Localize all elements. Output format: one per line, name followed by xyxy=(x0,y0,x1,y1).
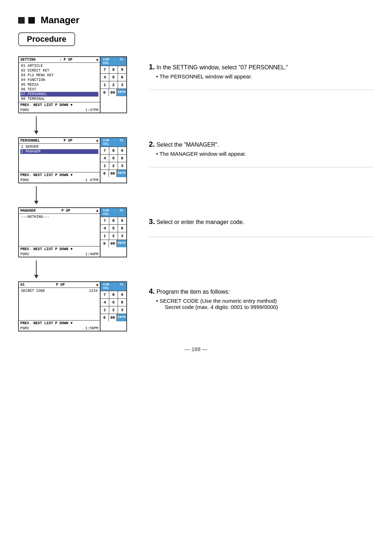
screen3-header-mid: P UP xyxy=(61,209,70,213)
can-label4: CANCEL xyxy=(103,283,109,290)
screen-1: SETTING ↓ P UP ▲ 01 ARTICLE 02 DIRECT KE… xyxy=(18,56,127,113)
key-6: 6 xyxy=(118,74,126,81)
left-column: SETTING ↓ P UP ▲ 01 ARTICLE 02 DIRECT KE… xyxy=(18,56,134,331)
screen1-footer-sub: PGM2 1:47PM xyxy=(19,108,100,113)
screen4-header: 01 P UP ▲ xyxy=(19,282,100,288)
key-8: 8 xyxy=(109,217,118,224)
key-9: 9 xyxy=(118,217,126,224)
screen-2: PERSONNEL P UP ▲ 1 SERVER 2 MANAGER PREV… xyxy=(18,137,127,183)
screen-3: MANAGER P UP ▲ ---NOTHING--- P xyxy=(18,207,127,257)
step-1-main: In the SETTING window, select "07 PERSON… xyxy=(156,64,288,70)
step-4-main: Program the item as follows: xyxy=(156,289,230,295)
list-item: 06 TEXT xyxy=(20,87,98,92)
key-1: 1 xyxy=(101,306,109,314)
screen1-numpad: CANCEL · CL 7 8 9 4 5 6 1 xyxy=(100,57,126,113)
screen-4: 01 P UP ▲ SECRET CODE 1234 xyxy=(18,281,127,331)
screen2-list: 1 SERVER 2 MANAGER xyxy=(19,144,100,172)
key-1: 1 xyxy=(101,162,109,170)
numpad-row: 4 5 6 xyxy=(101,225,126,232)
screen4-footer-buttons: PREV. NEXT LIST P DOWN ▼ xyxy=(20,321,73,325)
key-3: 3 xyxy=(118,306,126,314)
numpad-row: 1 2 3 xyxy=(101,81,126,89)
key-8: 8 xyxy=(109,291,118,298)
screen4-footer-sub: PGM2 1:50PM xyxy=(19,326,100,331)
screen2-header-mid: P UP xyxy=(64,139,72,143)
screen4-header-mid: P UP xyxy=(56,283,65,287)
can-label2: CANCEL xyxy=(103,139,109,146)
numpad-row: 4 5 6 xyxy=(101,74,126,81)
screen2-header-left: PERSONNEL xyxy=(20,139,40,143)
key-0: 0 xyxy=(101,170,109,177)
list-item-empty xyxy=(20,228,98,232)
numpad-row: 7 8 9 xyxy=(101,66,126,74)
page-number: — 188 — xyxy=(18,346,374,352)
list-item-empty xyxy=(20,293,98,298)
key-4: 4 xyxy=(101,74,109,81)
key-3: 3 xyxy=(118,81,126,89)
list-item: 04 FUNCTION xyxy=(20,78,98,82)
key-entr: ENTR xyxy=(117,240,126,247)
secret-label: SECRET CODE xyxy=(21,289,45,293)
key-1: 1 xyxy=(101,232,109,240)
key-5: 5 xyxy=(109,74,118,81)
numpad-row: 0 00 ENTR xyxy=(101,170,126,177)
list-item-empty xyxy=(20,306,98,311)
step-1-text: 1. In the SETTING window, select "07 PER… xyxy=(149,63,374,72)
key-5: 5 xyxy=(109,225,118,232)
list-item-empty xyxy=(20,224,98,228)
screen4-numpad: CANCEL · CL 7 8 9 4 5 6 1 xyxy=(100,282,126,331)
screen3-numpad: CANCEL · CL 7 8 9 4 5 6 1 xyxy=(100,208,126,257)
list-item-empty xyxy=(20,232,98,237)
key-3: 3 xyxy=(118,232,126,240)
step-4-sub2: Secret code (max. 4 digits: 0001 to 9999… xyxy=(165,304,374,310)
right-column: 1. In the SETTING window, select "07 PER… xyxy=(134,56,374,331)
key-00: 00 xyxy=(109,314,117,321)
numpad-row: 1 2 3 xyxy=(101,162,126,170)
step-2-number: 2. xyxy=(149,140,155,148)
screen1-header: SETTING ↓ P UP ▲ xyxy=(19,57,100,63)
list-item: 05 MEDIA xyxy=(20,82,98,87)
list-item: ---NOTHING--- xyxy=(20,215,98,219)
list-item-empty xyxy=(20,158,98,163)
screen1-time: 1:47PM xyxy=(85,108,98,112)
title-text: Manager xyxy=(41,15,79,26)
arrow-1 xyxy=(29,116,44,134)
screen2-time: 1 47PM xyxy=(85,178,98,182)
step-3-text: 3. Select or enter the manager code. xyxy=(149,217,374,227)
key-7: 7 xyxy=(101,147,109,154)
screen4-pgm: PGM2 xyxy=(20,326,29,330)
secret-value: 1234 xyxy=(89,289,98,293)
list-item: 03 PLU MENU KEY xyxy=(20,73,98,78)
cl-label4: CL xyxy=(120,283,124,290)
screen3-pgm: PGM2 xyxy=(20,252,29,256)
key-1: 1 xyxy=(101,81,109,89)
step-3-number: 3. xyxy=(149,217,155,225)
key-2: 2 xyxy=(109,306,118,314)
step-2-section: 2. Select the "MANAGER". • The MANAGER w… xyxy=(149,134,374,167)
dot-label2: · xyxy=(113,139,115,146)
key-8: 8 xyxy=(109,147,118,154)
screen2-header-right: ▲ xyxy=(96,139,98,143)
key-entr: ENTR xyxy=(117,314,126,321)
key-2: 2 xyxy=(109,232,118,240)
screen4-list: SECRET CODE 1234 xyxy=(19,288,100,320)
screen4-header-right: ▲ xyxy=(96,283,98,287)
screen3-list: ---NOTHING--- xyxy=(19,214,100,246)
step-1-section: 1. In the SETTING window, select "07 PER… xyxy=(149,56,374,90)
screen4-header-left: 01 xyxy=(20,283,25,287)
step-3-main: Select or enter the manager code. xyxy=(156,219,244,225)
numpad-row: 1 2 3 xyxy=(101,232,126,240)
key-5: 5 xyxy=(109,155,118,162)
cl-label: CL xyxy=(120,58,124,65)
key-3: 3 xyxy=(118,162,126,170)
screen3-header-right: ▲ xyxy=(96,209,98,213)
screen2-numpad: CANCEL · CL 7 8 9 4 5 6 1 xyxy=(100,138,126,183)
numpad-row: 7 8 9 xyxy=(101,291,126,299)
key-entr: ENTR xyxy=(117,89,126,96)
screen1-header-mid: ↓ P UP xyxy=(59,58,72,62)
list-item-empty xyxy=(20,302,98,306)
key-9: 9 xyxy=(118,147,126,154)
screen2-footer-sub: PGM2 1 47PM xyxy=(19,178,100,183)
procedure-label: Procedure xyxy=(18,32,75,46)
screen4-numpad-top: CANCEL · CL xyxy=(101,282,126,291)
